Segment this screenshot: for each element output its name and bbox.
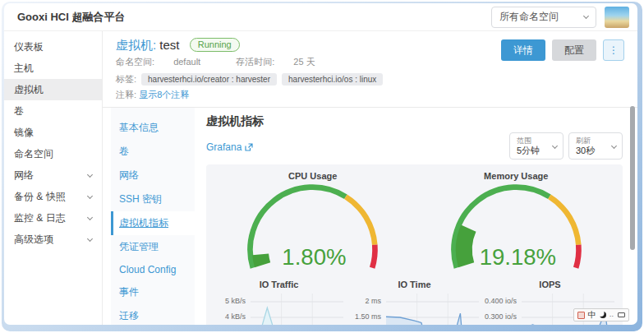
tab-basic-info[interactable]: 基本信息 [111, 116, 195, 140]
sidebar-item-namespaces[interactable]: 命名空间 [4, 143, 102, 164]
io-traffic-chart: IO Traffic 5 kB/s4 kB/s3 kB/s [211, 280, 347, 325]
more-options-button[interactable]: ⋮ [603, 39, 624, 61]
range-label: 范围 [517, 136, 550, 146]
sidebar-item-advanced[interactable]: 高级选项 [4, 229, 102, 250]
sidebar-item-images[interactable]: 镜像 [4, 122, 102, 143]
external-link-icon [245, 143, 253, 151]
scrollbar-thumb[interactable] [630, 106, 635, 250]
sidebar: 仪表板 主机 虚拟机 卷 镜像 命名空间 网络 备份 & 快照 监控 & 日志 … [4, 31, 103, 325]
sidebar-item-dashboard[interactable]: 仪表板 [4, 36, 102, 58]
sidebar-item-networks[interactable]: 网络 [4, 164, 102, 186]
svg-text:1.80%: 1.80% [283, 244, 347, 270]
sidebar-item-volumes[interactable]: 卷 [4, 100, 102, 122]
range-select[interactable]: 范围 5分钟 [509, 132, 564, 160]
namespace-select-value: 所有命名空间 [499, 10, 559, 24]
moon-icon[interactable] [600, 312, 606, 318]
window-frame: Gooxi HCI 超融合平台 所有命名空间 仪表板 主机 虚拟机 卷 镜像 命… [2, 2, 642, 331]
vm-detail-subnav: 基本信息 卷 网络 SSH 密钥 虚拟机指标 凭证管理 Cloud Config… [111, 108, 195, 325]
tab-events[interactable]: 事件 [111, 280, 195, 304]
details-button[interactable]: 详情 [501, 39, 545, 61]
chevron-down-icon [87, 192, 93, 198]
vm-name: test [159, 38, 179, 52]
tab-credentials[interactable]: 凭证管理 [111, 235, 195, 259]
svg-text:19.18%: 19.18% [479, 244, 555, 270]
y-axis-tick-label: 5 kB/s [225, 297, 246, 305]
annotations-label: 注释: [116, 90, 136, 99]
tab-ssh-keys[interactable]: SSH 密钥 [111, 187, 195, 211]
io-traffic-y-axis: 5 kB/s4 kB/s3 kB/s [214, 294, 251, 325]
label-tag: harvesterhci.io/creator : harvester [141, 73, 277, 86]
chinese-mode-icon[interactable]: 中 [588, 311, 596, 319]
cpu-gauge-chart: 1.80% [227, 181, 398, 275]
sidebar-item-backup-snapshot[interactable]: 备份 & 快照 [4, 186, 102, 207]
refresh-select[interactable]: 刷新 30秒 [568, 132, 623, 160]
y-axis-tick-label: 1.50 ms [355, 312, 381, 321]
ellipsis-icon: ⋮ [609, 44, 619, 56]
chevron-down-icon [552, 143, 558, 149]
chevron-down-icon [87, 171, 93, 177]
io-time-chart: IO Time 2 ms1.50 ms1 ms [347, 280, 482, 325]
chevron-down-icon [87, 235, 93, 241]
app-window: Gooxi HCI 超融合平台 所有命名空间 仪表板 主机 虚拟机 卷 镜像 命… [4, 3, 637, 325]
metrics-panel: CPU Usage 1.80% Memory Usage 19.18% IO T… [206, 164, 623, 325]
vm-detail-header: 虚拟机: test Running 命名空间: default 存活时间: 25… [103, 31, 637, 108]
chevron-down-icon [583, 13, 589, 19]
namespace-select[interactable]: 所有命名空间 [491, 7, 596, 28]
main-area: 虚拟机: test Running 命名空间: default 存活时间: 25… [103, 31, 637, 325]
y-axis-tick-label: 0.300 io/s [485, 312, 517, 321]
status-badge: Running [190, 38, 240, 52]
user-avatar[interactable] [605, 7, 629, 28]
label-tag: harvesterhci.io/os : linux [282, 73, 383, 86]
grafana-link[interactable]: Grafana [206, 141, 253, 153]
annotations-row: 注释: 显示8个注释 [116, 89, 624, 101]
sidebar-item-virtual-machines[interactable]: 虚拟机 [4, 79, 102, 100]
tab-vm-metrics[interactable]: 虚拟机指标 [111, 211, 195, 235]
tab-cloud-config[interactable]: Cloud Config [111, 259, 195, 280]
labels-row: 标签: harvesterhci.io/creator : harvester … [116, 73, 624, 86]
sidebar-item-hosts[interactable]: 主机 [4, 58, 102, 79]
range-value: 5分钟 [517, 146, 550, 156]
metrics-title: 虚拟机指标 [206, 114, 623, 129]
io-time-plot [386, 294, 479, 325]
memory-usage-gauge: Memory Usage 19.18% [415, 171, 619, 278]
sidebar-item-monitoring-logs[interactable]: 监控 & 日志 [4, 207, 102, 229]
refresh-value: 30秒 [576, 146, 609, 156]
top-bar: Gooxi HCI 超融合平台 所有命名空间 [4, 3, 637, 31]
input-method-icon[interactable] [577, 312, 585, 319]
metrics-content: 虚拟机指标 Grafana 范围 5分钟 [195, 108, 637, 325]
config-button[interactable]: 配置 [552, 39, 596, 61]
y-axis-tick-label: 2 ms [365, 297, 381, 305]
refresh-label: 刷新 [576, 136, 609, 146]
ime-toolbar[interactable]: 中 ‥ [573, 308, 629, 321]
y-axis-tick-label: 4 kB/s [225, 312, 246, 321]
iops-y-axis: 0.400 io/s0.300 io/s0.200 io/s [485, 294, 522, 325]
labels-label: 标签: [116, 73, 136, 86]
io-traffic-plot [251, 294, 343, 325]
show-annotations-link[interactable]: 显示8个注释 [139, 90, 189, 99]
y-axis-tick-label: 0.400 io/s [485, 297, 517, 305]
resource-type-label[interactable]: 虚拟机: [116, 38, 156, 52]
more-dots-icon[interactable]: ‥ [610, 312, 614, 318]
app-title: Gooxi HCI 超融合平台 [17, 10, 491, 25]
keyboard-icon[interactable] [618, 312, 625, 317]
chevron-down-icon [611, 143, 617, 149]
io-time-y-axis: 2 ms1.50 ms1 ms [350, 294, 386, 325]
tab-networks[interactable]: 网络 [111, 164, 195, 187]
memory-gauge-chart: 19.18% [430, 181, 602, 275]
tab-volumes[interactable]: 卷 [111, 140, 195, 164]
cpu-usage-gauge: CPU Usage 1.80% [211, 171, 415, 278]
tab-migration[interactable]: 迁移 [111, 304, 195, 325]
chevron-down-icon [87, 214, 93, 220]
